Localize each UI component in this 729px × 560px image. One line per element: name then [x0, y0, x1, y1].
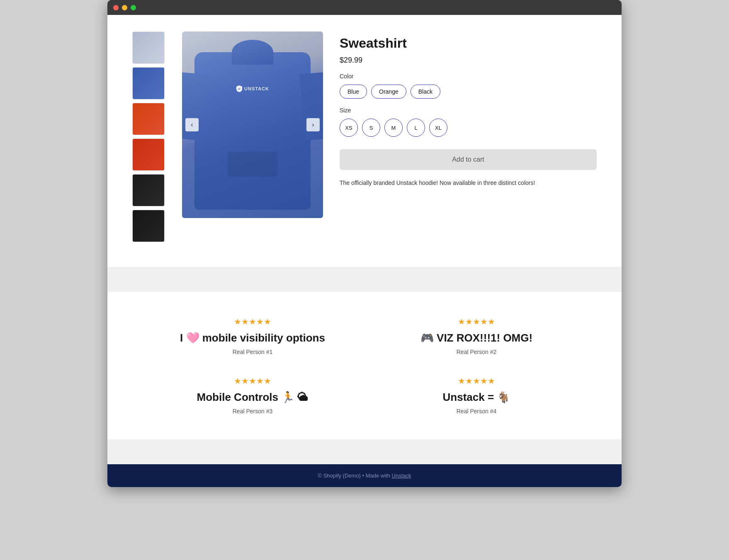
thumbnail-0[interactable]: [132, 32, 165, 64]
browser-window: ‹ UNSTACK: [107, 0, 622, 487]
product-price: $29.99: [340, 56, 597, 65]
main-image-wrapper: ‹ UNSTACK: [182, 32, 323, 218]
thumbnail-1[interactable]: [132, 67, 165, 99]
hoodie-pocket: [228, 152, 277, 177]
review-2-title: 🎮 VIZ ROX!!!1! OMG!: [381, 332, 572, 344]
spacer-1: [107, 267, 622, 292]
size-option-m[interactable]: M: [384, 119, 403, 137]
minimize-dot[interactable]: [122, 5, 127, 10]
review-1-stars: ★★★★★: [157, 317, 348, 327]
review-4-author: Real Person #4: [381, 408, 572, 415]
footer-text: © Shopify (Demo) • Made with: [318, 473, 391, 479]
product-main-image: ‹ UNSTACK: [182, 32, 323, 218]
next-image-button[interactable]: ›: [306, 118, 320, 131]
color-option-black[interactable]: Black: [411, 85, 440, 99]
product-section: ‹ UNSTACK: [107, 15, 622, 267]
thumbnail-2[interactable]: [132, 103, 165, 135]
reviews-grid: ★★★★★ I 🩷 mobile visibility options Real…: [157, 317, 572, 415]
color-option-blue[interactable]: Blue: [340, 85, 367, 99]
review-3-author: Real Person #3: [157, 408, 348, 415]
size-label: Size: [340, 107, 597, 114]
size-option-xs[interactable]: XS: [340, 119, 358, 137]
footer: © Shopify (Demo) • Made with Unstack: [107, 464, 622, 487]
hoodie-graphic: UNSTACK: [194, 52, 311, 210]
color-label: Color: [340, 73, 597, 80]
thumbnail-list: [132, 32, 165, 242]
review-1-title: I 🩷 mobile visibility options: [157, 332, 348, 344]
thumbnail-3[interactable]: [132, 138, 165, 171]
product-description: The officially branded Unstack hoodie! N…: [340, 178, 597, 187]
review-item-1: ★★★★★ I 🩷 mobile visibility options Real…: [157, 317, 348, 355]
review-4-title: Unstack = 🐐: [381, 391, 572, 404]
size-options: XS S M L XL: [340, 119, 597, 137]
page-content: ‹ UNSTACK: [107, 15, 622, 487]
maximize-dot[interactable]: [131, 5, 136, 10]
hoodie-hood: [232, 40, 273, 65]
product-info: Sweatshirt $29.99 Color Blue Orange Blac…: [340, 32, 597, 187]
add-to-cart-button[interactable]: Add to cart: [340, 149, 597, 170]
review-item-2: ★★★★★ 🎮 VIZ ROX!!!1! OMG! Real Person #2: [381, 317, 572, 355]
size-option-xl[interactable]: XL: [429, 119, 447, 137]
size-option-s[interactable]: S: [362, 119, 380, 137]
review-3-stars: ★★★★★: [157, 376, 348, 386]
review-4-stars: ★★★★★: [381, 376, 572, 386]
review-item-4: ★★★★★ Unstack = 🐐 Real Person #4: [381, 376, 572, 415]
color-options: Blue Orange Black: [340, 85, 597, 99]
review-1-author: Real Person #1: [157, 349, 348, 355]
product-title: Sweatshirt: [340, 36, 597, 51]
review-item-3: ★★★★★ Mobile Controls 🏃 🌥 Real Person #3: [157, 376, 348, 415]
thumbnail-4[interactable]: [132, 174, 165, 206]
titlebar: [107, 0, 622, 15]
review-2-stars: ★★★★★: [381, 317, 572, 327]
spacer-2: [107, 439, 622, 464]
thumbnail-5[interactable]: [132, 210, 165, 242]
review-3-title: Mobile Controls 🏃 🌥: [157, 391, 348, 404]
close-dot[interactable]: [113, 5, 119, 10]
unstack-shield-icon: [236, 85, 243, 92]
size-option-l[interactable]: L: [407, 119, 425, 137]
hoodie-logo: UNSTACK: [236, 85, 269, 92]
prev-image-button[interactable]: ‹: [185, 118, 199, 131]
reviews-section: ★★★★★ I 🩷 mobile visibility options Real…: [107, 292, 622, 439]
review-2-author: Real Person #2: [381, 349, 572, 355]
color-option-orange[interactable]: Orange: [371, 85, 406, 99]
footer-link[interactable]: Unstack: [392, 473, 411, 479]
